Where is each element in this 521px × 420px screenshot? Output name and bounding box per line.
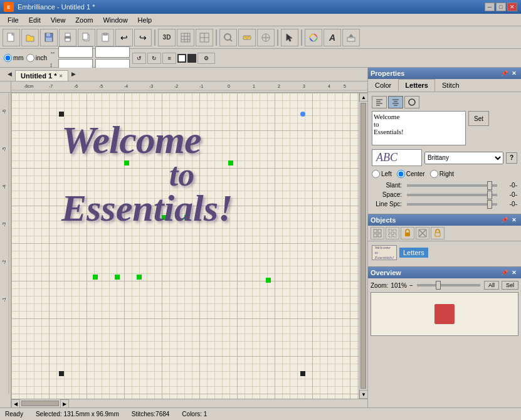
select-button[interactable] (281, 29, 298, 46)
view2-button[interactable] (196, 29, 213, 46)
redo-button[interactable]: ↪ (134, 29, 152, 46)
space-thumb[interactable] (487, 191, 492, 199)
x-coord-input[interactable]: 131.55 (58, 46, 93, 58)
menu-file[interactable]: File (3, 15, 24, 25)
tab-color[interactable]: Color (368, 79, 398, 92)
transform-options-button[interactable]: ≡ (162, 53, 176, 64)
scroll-thumb-h[interactable] (21, 401, 59, 406)
tab-stitch[interactable]: Stitch (435, 79, 466, 92)
3d-button[interactable]: 3D (158, 29, 176, 46)
unit-mm-label[interactable]: mm (4, 54, 24, 62)
align-center-radio-label[interactable]: Center (397, 170, 425, 178)
handle-bl[interactable] (59, 371, 64, 376)
align-center-radio[interactable] (397, 170, 405, 178)
new-button[interactable] (3, 29, 20, 46)
obj-lock-button[interactable] (401, 227, 414, 239)
canvas-scroll[interactable]: Welcome to Essentials! (11, 93, 359, 399)
slant-track[interactable] (407, 184, 497, 187)
menu-window[interactable]: Window (98, 15, 132, 25)
obj-lock2-button[interactable] (431, 227, 445, 239)
vertical-scrollbar[interactable]: ▲ ▼ (359, 93, 367, 399)
scroll-thumb-v[interactable] (360, 103, 366, 389)
handle-green6[interactable] (115, 275, 120, 280)
tab-scroll-right[interactable]: ▶ (70, 68, 78, 81)
obj-ungroup-button[interactable] (386, 227, 399, 239)
unit-inch-radio[interactable] (26, 54, 34, 62)
handle-green5[interactable] (93, 275, 98, 280)
unit-inch-label[interactable]: inch (26, 54, 47, 62)
menu-zoom[interactable]: Zoom (70, 15, 98, 25)
linespace-thumb[interactable] (487, 200, 492, 209)
align-right-radio-label[interactable]: Right (430, 170, 454, 178)
scroll-up-button[interactable]: ▲ (359, 93, 367, 102)
save-button[interactable] (40, 29, 58, 46)
paste-button[interactable] (97, 29, 114, 46)
horizontal-scrollbar[interactable]: ◀ ▶ (11, 399, 367, 407)
properties-pin-icon[interactable]: 📌 (500, 69, 508, 78)
set-button[interactable]: Set (468, 111, 489, 126)
rotate-left-button[interactable]: ↺ (132, 53, 146, 64)
properties-close-icon[interactable]: ✕ (510, 69, 518, 78)
menu-edit[interactable]: Edit (24, 15, 46, 25)
text-button[interactable]: A (324, 29, 341, 46)
obj-group-button[interactable] (371, 227, 384, 239)
zoom-button[interactable] (219, 29, 237, 46)
scroll-down-button[interactable]: ▼ (359, 390, 367, 399)
undo-button[interactable]: ↩ (115, 29, 133, 46)
unit-mm-radio[interactable] (4, 54, 12, 62)
handle-br[interactable] (300, 371, 305, 376)
menu-help[interactable]: Help (133, 15, 157, 25)
maximize-button[interactable]: □ (496, 3, 506, 11)
main-tab[interactable]: Untitled 1 * × (15, 70, 68, 81)
scroll-left-button[interactable]: ◀ (11, 399, 20, 407)
minimize-button[interactable]: ─ (485, 3, 495, 11)
export-button[interactable] (342, 29, 360, 46)
align-left-radio-label[interactable]: Left (372, 170, 392, 178)
overview-zoom-minus[interactable]: − (409, 282, 413, 289)
color-settings-button[interactable]: ⚙ (197, 53, 215, 64)
open-button[interactable] (21, 29, 39, 46)
overview-pin-icon[interactable]: 📌 (500, 268, 508, 277)
font-select[interactable]: Brittany (424, 152, 503, 164)
objects-close-icon[interactable]: ✕ (510, 216, 518, 224)
handle-tl[interactable] (59, 112, 64, 117)
rotate-right-button[interactable]: ↻ (147, 53, 161, 64)
overview-close-icon[interactable]: ✕ (510, 268, 518, 277)
transform-button[interactable] (257, 29, 275, 46)
menu-view[interactable]: View (46, 15, 71, 25)
copy-button[interactable] (78, 29, 95, 46)
align-right-radio[interactable] (430, 170, 438, 178)
measure-button[interactable] (238, 29, 256, 46)
tab-close-button[interactable]: × (59, 73, 62, 79)
object-item-letters[interactable]: WelcometoEssentials! Letters (371, 244, 518, 261)
zoom1-input[interactable]: 116.3% (95, 46, 130, 58)
title-bar-controls[interactable]: ─ □ ✕ (485, 3, 517, 11)
overview-all-button[interactable]: All (484, 281, 499, 290)
linespace-track[interactable] (407, 203, 497, 206)
handle-tr[interactable] (300, 112, 305, 117)
grid-button[interactable] (177, 29, 194, 46)
tab-scroll-left[interactable]: ◀ (5, 68, 14, 81)
align-center-button[interactable] (388, 96, 403, 108)
handle-green8[interactable] (266, 278, 271, 283)
color-wheel-button[interactable] (305, 29, 322, 46)
align-left-button[interactable] (372, 96, 387, 108)
zoom-track[interactable] (417, 284, 480, 286)
overview-sel-button[interactable]: Sel (502, 281, 518, 290)
obj-delete-button[interactable] (416, 227, 429, 239)
align-right-button[interactable] (404, 96, 419, 108)
scroll-right-button[interactable]: ▶ (60, 399, 69, 407)
print-button[interactable] (59, 29, 76, 46)
space-track[interactable] (407, 194, 497, 196)
text-input[interactable] (372, 111, 466, 145)
close-button[interactable]: ✕ (507, 3, 517, 11)
handle-green7[interactable] (137, 275, 142, 280)
align-left-radio[interactable] (372, 170, 380, 178)
slant-thumb[interactable] (487, 181, 492, 190)
tab-letters[interactable]: Letters (398, 79, 435, 92)
objects-pin-icon[interactable]: 📌 (500, 216, 508, 224)
color-swatch[interactable] (177, 54, 186, 63)
help-button[interactable]: ? (506, 152, 517, 164)
zoom-thumb[interactable] (436, 281, 441, 290)
color-swatch2[interactable] (187, 54, 196, 63)
